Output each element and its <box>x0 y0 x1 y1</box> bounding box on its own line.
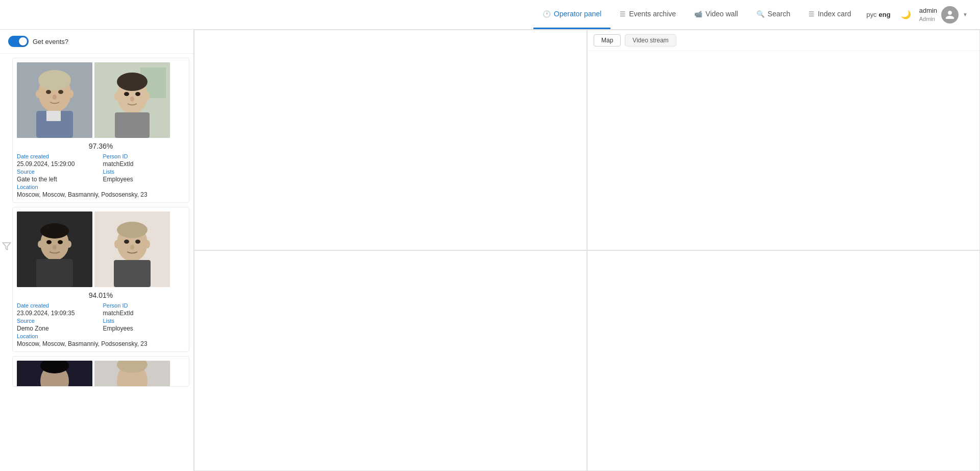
svg-point-36 <box>130 245 134 250</box>
avatar <box>941 6 959 23</box>
right-area: Map Video stream <box>194 30 980 471</box>
search-icon: 🔍 <box>756 10 765 18</box>
person-id-value: matchExtId <box>103 310 185 317</box>
reference-face-image <box>94 361 170 387</box>
reference-face-image <box>94 62 170 138</box>
nav-index-card[interactable]: ☰ Index card <box>799 0 860 29</box>
lists-label: Lists <box>103 318 185 324</box>
svg-point-6 <box>46 90 51 94</box>
svg-rect-21 <box>115 112 150 138</box>
svg-point-7 <box>58 90 63 94</box>
svg-point-33 <box>117 222 148 238</box>
source-label: Source <box>17 169 99 175</box>
lang-en[interactable]: eng <box>879 11 891 18</box>
user-menu[interactable]: admin Admin ▼ <box>915 6 972 23</box>
lists-value: Employees <box>103 176 185 183</box>
svg-point-24 <box>40 223 69 239</box>
captured-face-image <box>17 62 92 138</box>
source-value: Gate to the left <box>17 176 99 183</box>
captured-face-image <box>17 211 92 287</box>
date-label: Date created <box>17 153 99 159</box>
nav-events-archive[interactable]: ☰ Events archive <box>610 0 685 29</box>
lists-label: Lists <box>103 169 185 175</box>
date-value: 25.09.2024, 15:29:00 <box>17 160 99 168</box>
svg-point-25 <box>46 240 52 244</box>
nav-video-wall[interactable]: 📹 Video wall <box>685 0 747 29</box>
person-id-label: Person ID <box>103 153 185 159</box>
sidebar: Get events? <box>0 30 194 471</box>
list-icon: ☰ <box>620 10 626 18</box>
video-icon: 📹 <box>694 10 702 18</box>
svg-rect-39 <box>114 260 151 287</box>
lists-value: Employees <box>103 325 185 332</box>
nav-menu: 🕐 Operator panel ☰ Events archive 📹 Vide… <box>533 0 972 29</box>
events-list[interactable]: 97.36% Date created Person ID 25.09.2024… <box>0 54 193 471</box>
svg-point-16 <box>124 92 129 96</box>
svg-marker-0 <box>3 243 11 250</box>
svg-point-29 <box>66 241 71 248</box>
location-label: Location <box>17 333 99 339</box>
svg-point-17 <box>135 92 140 96</box>
event-metadata: Date created Person ID 25.09.2024, 15:29… <box>17 153 185 198</box>
cell-tabs: Map Video stream <box>587 30 979 51</box>
svg-point-9 <box>36 90 41 98</box>
svg-point-8 <box>53 95 57 100</box>
svg-point-10 <box>68 90 74 98</box>
svg-point-18 <box>130 97 134 102</box>
event-images <box>17 211 185 287</box>
index-icon: ☰ <box>808 10 815 18</box>
grid-cell-bottom-right <box>587 250 980 471</box>
grid-cell-top-right: Map Video stream <box>587 30 980 250</box>
filter-icon[interactable] <box>2 242 11 253</box>
user-info: admin Admin <box>919 7 937 22</box>
svg-point-37 <box>114 240 119 248</box>
get-events-toggle[interactable] <box>8 36 29 47</box>
lang-ru[interactable]: рус <box>867 11 877 18</box>
tab-video-stream[interactable]: Video stream <box>625 34 676 46</box>
svg-point-27 <box>53 245 57 250</box>
grid-cell-bottom-left <box>194 250 587 471</box>
get-events-label: Get events? <box>33 38 68 45</box>
lang-switcher[interactable]: рус eng <box>861 11 897 18</box>
dropdown-arrow-icon: ▼ <box>963 12 968 17</box>
svg-point-19 <box>114 92 119 101</box>
location-label: Location <box>17 184 99 190</box>
reference-face-image <box>94 211 170 287</box>
person-id-label: Person ID <box>103 302 185 309</box>
svg-point-15 <box>117 73 148 91</box>
nav-operator-panel[interactable]: 🕐 Operator panel <box>533 0 610 29</box>
source-label: Source <box>17 318 99 324</box>
svg-rect-30 <box>36 259 73 287</box>
svg-point-38 <box>145 240 150 248</box>
sidebar-header: Get events? <box>0 30 193 54</box>
captured-face-image <box>17 361 92 387</box>
event-images <box>17 361 185 387</box>
svg-point-34 <box>124 240 129 244</box>
main-layout: Get events? <box>0 30 980 471</box>
location-value: Moscow, Moscow, Basmanniy, Podsosensky, … <box>17 340 185 347</box>
get-events-toggle-wrapper: Get events? <box>8 36 68 47</box>
navbar: 🕐 Operator panel ☰ Events archive 📹 Vide… <box>0 0 980 30</box>
event-images <box>17 62 185 138</box>
svg-rect-5 <box>46 111 61 121</box>
svg-point-26 <box>58 240 63 244</box>
person-id-value: matchExtId <box>103 160 185 168</box>
tab-map[interactable]: Map <box>594 34 621 46</box>
svg-point-28 <box>38 241 43 248</box>
svg-point-20 <box>145 92 150 101</box>
event-card[interactable]: 97.36% Date created Person ID 25.09.2024… <box>12 58 189 203</box>
source-value: Demo Zone <box>17 325 99 332</box>
event-metadata: Date created Person ID 23.09.2024, 19:09… <box>17 302 185 347</box>
location-value: Moscow, Moscow, Basmanniy, Podsosensky, … <box>17 191 185 198</box>
confidence-score: 94.01% <box>17 291 185 299</box>
confidence-score: 97.36% <box>17 142 185 150</box>
svg-point-35 <box>135 240 140 244</box>
svg-point-3 <box>38 70 71 90</box>
event-card[interactable] <box>12 356 189 387</box>
date-value: 23.09.2024, 19:09:35 <box>17 310 99 317</box>
nav-search[interactable]: 🔍 Search <box>747 0 799 29</box>
grid-cell-top-left <box>194 30 587 250</box>
event-card[interactable]: 94.01% Date created Person ID 23.09.2024… <box>12 207 189 352</box>
theme-toggle-button[interactable]: 🌙 <box>897 10 915 19</box>
clock-icon: 🕐 <box>543 10 551 18</box>
